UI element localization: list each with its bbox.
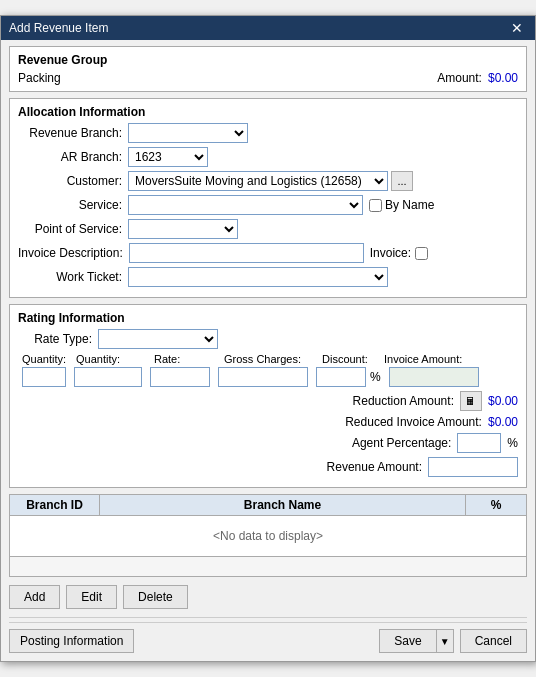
title-bar: Add Revenue Item ✕ (1, 16, 535, 40)
pos-row: Point of Service: (18, 219, 518, 239)
ar-branch-select[interactable]: 1623 (128, 147, 208, 167)
agent-pct-row: Agent Percentage: % (18, 433, 518, 453)
dialog-title: Add Revenue Item (9, 21, 108, 35)
cancel-button[interactable]: Cancel (460, 629, 527, 653)
distribution-header: Branch ID Branch Name % (10, 495, 526, 516)
invoice-desc-input[interactable] (129, 243, 364, 263)
edit-button[interactable]: Edit (66, 585, 117, 609)
footer-divider (9, 617, 527, 618)
amount-label: Amount: (437, 71, 482, 85)
col-discount-label: Discount: (322, 353, 376, 365)
revenue-group-name: Packing (18, 71, 61, 85)
ar-branch-label: AR Branch: (18, 150, 128, 164)
rate-type-select[interactable] (98, 329, 218, 349)
pos-select[interactable] (128, 219, 238, 239)
col-rate-label: Rate: (154, 353, 216, 365)
rate-type-label: Rate Type: (18, 332, 98, 346)
col-qty1-label: Quantity: (22, 353, 68, 365)
col-branch-id: Branch ID (10, 495, 100, 515)
revenue-branch-label: Revenue Branch: (18, 126, 128, 140)
rating-inputs-row: % (18, 367, 518, 387)
add-revenue-dialog: Add Revenue Item ✕ Revenue Group Packing… (0, 15, 536, 662)
reduction-amount-row: Reduction Amount: 🖩 $0.00 (18, 391, 518, 411)
reduced-invoice-label: Reduced Invoice Amount: (345, 415, 482, 429)
by-name-label: By Name (369, 198, 434, 212)
qty1-input[interactable] (22, 367, 66, 387)
customer-input-group: MoversSuite Moving and Logistics (12658)… (128, 171, 413, 191)
agent-pct-input[interactable] (457, 433, 501, 453)
col-pct: % (466, 495, 526, 515)
revenue-amount-row: Revenue Amount: (18, 457, 518, 477)
no-data-text: <No data to display> (213, 529, 323, 543)
add-button[interactable]: Add (9, 585, 60, 609)
discount-input[interactable] (316, 367, 366, 387)
rate-type-row: Rate Type: (18, 329, 518, 349)
invoice-checkbox[interactable] (415, 247, 428, 260)
reduced-invoice-row: Reduced Invoice Amount: $0.00 (18, 415, 518, 429)
distribution-body: <No data to display> (10, 516, 526, 556)
revenue-group-amount: Amount: $0.00 (437, 71, 518, 85)
revenue-group-row: Packing Amount: $0.00 (18, 71, 518, 85)
distribution-footer (10, 556, 526, 576)
customer-label: Customer: (18, 174, 128, 188)
by-name-checkbox[interactable] (369, 199, 382, 212)
customer-select[interactable]: MoversSuite Moving and Logistics (12658) (128, 171, 388, 191)
invoice-amount-input[interactable] (389, 367, 479, 387)
revenue-branch-row: Revenue Branch: (18, 123, 518, 143)
gross-charges-input[interactable] (218, 367, 308, 387)
rating-header: Rating Information (18, 311, 518, 325)
service-select[interactable] (128, 195, 363, 215)
save-button[interactable]: Save (379, 629, 435, 653)
amount-value: $0.00 (488, 71, 518, 85)
invoice-desc-label: Invoice Description: (18, 246, 129, 260)
save-dropdown-icon: ▼ (440, 636, 450, 647)
allocation-header: Allocation Information (18, 105, 518, 119)
calc-button[interactable]: 🖩 (460, 391, 482, 411)
percent-label1: % (370, 370, 381, 384)
invoice-desc-group: Invoice: (129, 243, 428, 263)
service-label: Service: (18, 198, 128, 212)
customer-dots-button[interactable]: ... (391, 171, 413, 191)
close-button[interactable]: ✕ (507, 21, 527, 35)
reduced-invoice-value: $0.00 (488, 415, 518, 429)
save-cancel-group: Save ▼ Cancel (379, 629, 527, 653)
rating-section: Rating Information Rate Type: Quantity: … (9, 304, 527, 488)
rating-col-headers: Quantity: Quantity: Rate: Gross Charges:… (18, 353, 518, 365)
work-ticket-select[interactable] (128, 267, 388, 287)
revenue-branch-select[interactable] (128, 123, 248, 143)
rate-input[interactable] (150, 367, 210, 387)
pos-label: Point of Service: (18, 222, 128, 236)
work-ticket-row: Work Ticket: (18, 267, 518, 287)
save-button-group: Save ▼ (379, 629, 453, 653)
posting-info-button[interactable]: Posting Information (9, 629, 134, 653)
invoice-check-label: Invoice: (370, 246, 428, 260)
revenue-group-header: Revenue Group (18, 53, 518, 67)
col-gross-label: Gross Charges: (224, 353, 314, 365)
customer-row: Customer: MoversSuite Moving and Logisti… (18, 171, 518, 191)
service-input-group: By Name (128, 195, 434, 215)
agent-pct-label: Agent Percentage: (352, 436, 451, 450)
service-row: Service: By Name (18, 195, 518, 215)
revenue-amount-input[interactable] (428, 457, 518, 477)
invoice-desc-row: Invoice Description: Invoice: (18, 243, 518, 263)
reduction-label: Reduction Amount: (353, 394, 454, 408)
footer-row: Posting Information Save ▼ Cancel (9, 622, 527, 653)
qty2-input[interactable] (74, 367, 142, 387)
work-ticket-label: Work Ticket: (18, 270, 128, 284)
ar-branch-row: AR Branch: 1623 (18, 147, 518, 167)
delete-button[interactable]: Delete (123, 585, 188, 609)
percent-label2: % (507, 436, 518, 450)
col-qty2-label: Quantity: (76, 353, 146, 365)
revenue-group-section: Revenue Group Packing Amount: $0.00 (9, 46, 527, 92)
distribution-section: Branch ID Branch Name % <No data to disp… (9, 494, 527, 577)
dialog-body: Revenue Group Packing Amount: $0.00 Allo… (1, 40, 535, 661)
save-dropdown-button[interactable]: ▼ (436, 629, 454, 653)
revenue-amount-label: Revenue Amount: (327, 460, 422, 474)
col-branch-name: Branch Name (100, 495, 466, 515)
crud-button-row: Add Edit Delete (9, 583, 527, 611)
allocation-section: Allocation Information Revenue Branch: A… (9, 98, 527, 298)
col-invoice-label: Invoice Amount: (384, 353, 462, 365)
reduction-value: $0.00 (488, 394, 518, 408)
